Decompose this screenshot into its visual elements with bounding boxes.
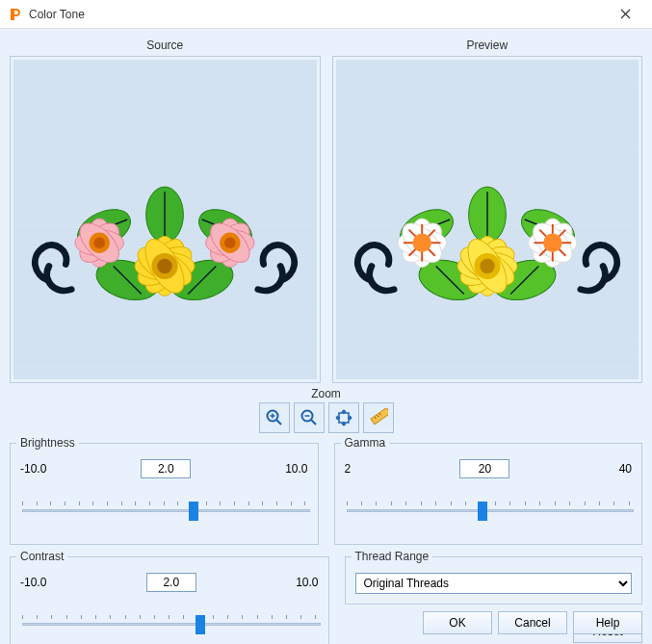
source-canvas (10, 56, 321, 383)
zoom-label: Zoom (10, 387, 642, 400)
source-label: Source (10, 35, 321, 56)
contrast-input[interactable] (146, 573, 196, 592)
gamma-slider[interactable] (347, 509, 635, 512)
svg-line-69 (311, 420, 316, 425)
svg-point-24 (158, 259, 173, 274)
zoom-in-button[interactable] (259, 402, 290, 433)
titlebar: Color Tone (0, 0, 652, 29)
dialog-body: Source (0, 29, 652, 644)
svg-line-65 (276, 420, 281, 425)
contrast-label: Contrast (16, 550, 67, 563)
brightness-max: 10.0 (285, 462, 307, 476)
brightness-slider[interactable] (22, 509, 310, 512)
thread-range-group: Thread Range Original Threads (345, 556, 643, 605)
help-button[interactable]: Help (573, 611, 642, 634)
svg-point-16 (224, 237, 236, 248)
thread-range-label: Thread Range (352, 550, 433, 563)
preview-canvas (332, 56, 643, 383)
zoom-out-button[interactable] (294, 402, 325, 433)
svg-rect-72 (371, 408, 388, 425)
svg-rect-71 (339, 413, 349, 423)
gamma-min: 2 (345, 462, 352, 476)
window-title: Color Tone (29, 8, 606, 21)
contrast-min: -10.0 (20, 576, 46, 589)
gamma-input[interactable] (459, 459, 509, 478)
svg-point-10 (94, 237, 106, 248)
preview-label: Preview (332, 35, 643, 56)
contrast-group: Contrast -10.0 10.0 (10, 556, 329, 644)
app-icon (8, 7, 23, 22)
gamma-label: Gamma (341, 436, 390, 450)
measure-ruler-button[interactable] (363, 402, 394, 433)
brightness-min: -10.0 (20, 462, 46, 476)
cancel-button[interactable]: Cancel (498, 611, 567, 634)
contrast-slider[interactable] (22, 623, 321, 626)
close-button[interactable] (606, 1, 644, 28)
gamma-max: 40 (619, 462, 632, 476)
svg-point-63 (480, 259, 495, 274)
svg-point-55 (543, 234, 561, 252)
brightness-input[interactable] (141, 459, 191, 478)
svg-point-42 (412, 234, 430, 252)
gamma-group: Gamma 2 40 (334, 443, 643, 545)
zoom-fit-button[interactable] (328, 402, 359, 433)
thread-range-select[interactable]: Original Threads (355, 573, 633, 594)
contrast-max: 10.0 (296, 576, 318, 589)
ok-button[interactable]: OK (423, 611, 492, 634)
brightness-group: Brightness -10.0 10.0 (10, 443, 319, 545)
brightness-label: Brightness (16, 436, 79, 450)
